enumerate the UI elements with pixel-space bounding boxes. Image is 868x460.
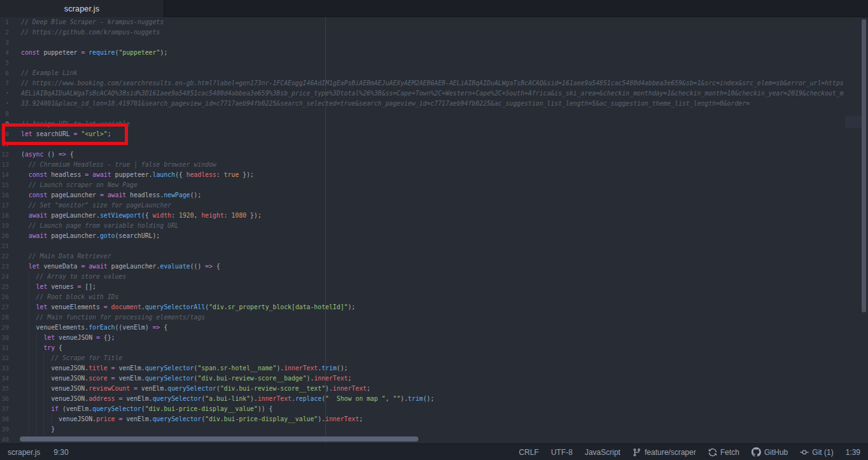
code-line[interactable]: 31 try { <box>0 343 844 353</box>
line-number: 31 <box>0 343 14 353</box>
status-bar-right: CRLFUTF-8JavaScriptfeature/scraperFetchG… <box>519 447 860 457</box>
horizontal-scrollbar[interactable] <box>20 436 418 442</box>
code-text: await pageLauncher.goto(searchURL); <box>14 231 160 241</box>
code-text: try { <box>14 343 62 353</box>
code-text: let venues = []; <box>14 282 96 292</box>
code-line[interactable]: 38 venueJSON.price = venElm.querySelecto… <box>0 414 844 424</box>
code-line[interactable]: 39 } <box>0 424 844 435</box>
line-number: 8 <box>0 109 14 119</box>
line-number: 19 <box>0 221 14 231</box>
status-item-file-name[interactable]: scraper.js <box>8 448 40 457</box>
code-line[interactable]: 23 let venueData = await pageLauncher.ev… <box>0 261 844 272</box>
code-text: (async () => { <box>14 150 74 160</box>
code-text: // Chromium Headless - true | false brow… <box>14 160 217 170</box>
line-number: 3 <box>0 38 14 48</box>
line-number: 34 <box>0 373 14 384</box>
code-line[interactable]: 15 // Launch scraper on New Page <box>0 180 844 190</box>
code-text: venueJSON.reviewCount = venElm.querySele… <box>14 384 371 394</box>
code-line[interactable]: 12(async () => { <box>0 150 844 160</box>
code-text: 33.924801&place_id_lon=18.419701&search_… <box>14 99 750 109</box>
code-text: // Array to store values <box>14 272 126 282</box>
code-line[interactable]: 37 if (venElm.querySelector("div.bui-pri… <box>0 404 844 414</box>
status-bar: scraper.js9:30 CRLFUTF-8JavaScriptfeatur… <box>0 443 868 460</box>
code-line[interactable]: 5 <box>0 58 844 68</box>
line-number: 24 <box>0 272 14 282</box>
line-number: 38 <box>0 414 14 424</box>
code-line[interactable]: 21 <box>0 241 844 251</box>
line-number: 13 <box>0 160 14 170</box>
status-item-grammar[interactable]: JavaScript <box>585 448 620 457</box>
code-line[interactable]: 36 venueJSON.address = venElm.querySelec… <box>0 394 844 404</box>
code-line[interactable]: 2// https://github.com/krampus-nuggets <box>0 27 844 38</box>
line-number: 36 <box>0 394 14 404</box>
code-line[interactable]: •33.924801&place_id_lon=18.419701&search… <box>0 99 844 109</box>
code-line[interactable]: 24 // Array to store values <box>0 272 844 282</box>
code-line[interactable]: 3 <box>0 38 844 48</box>
code-line[interactable]: 25 let venues = []; <box>0 282 844 292</box>
wrap-indicator: • <box>0 99 14 109</box>
status-item-git-branch[interactable]: feature/scraper <box>632 448 696 457</box>
code-line[interactable]: 30 let venueJSON = {}; <box>0 333 844 343</box>
code-line[interactable]: 35 venueJSON.reviewCount = venElm.queryS… <box>0 384 844 394</box>
line-number: 4 <box>0 48 14 58</box>
code-line[interactable]: 33 venueJSON.title = venElm.querySelecto… <box>0 363 844 373</box>
status-item-line-ending[interactable]: CRLF <box>519 448 539 457</box>
code-line[interactable]: 22 // Main Data Retriever <box>0 251 844 261</box>
tab-title: scraper.js <box>64 4 100 13</box>
line-number: 12 <box>0 150 14 160</box>
code-line[interactable]: 13 // Chromium Headless - true | false b… <box>0 160 844 170</box>
status-item-label: scraper.js <box>8 448 40 457</box>
code-text: // Launch scraper on New Page <box>14 180 138 190</box>
status-item-fetch[interactable]: Fetch <box>708 448 739 457</box>
code-line[interactable]: 17 // Set "monitor" size for pageLaunche… <box>0 200 844 211</box>
code-line[interactable]: 20 await pageLauncher.goto(searchURL); <box>0 231 844 241</box>
code-line[interactable]: 34 venueJSON.score = venElm.querySelecto… <box>0 373 844 384</box>
status-item-label: JavaScript <box>585 448 620 457</box>
code-text: const headless = await puppeteer.launch(… <box>14 170 254 180</box>
code-line[interactable]: 19 // Launch page from variable holding … <box>0 221 844 231</box>
code-line[interactable]: 28 // Main function for processing eleme… <box>0 312 844 323</box>
code-line[interactable]: 1// Deep Blue Scraper - krampus-nuggets <box>0 17 844 27</box>
line-number: 21 <box>0 241 14 251</box>
code-line[interactable]: 4const puppeteer = require("puppeteer"); <box>0 48 844 58</box>
code-line[interactable]: 6// Example Link <box>0 68 844 78</box>
line-number: 7 <box>0 78 14 88</box>
code-text: // Root block with IDs <box>14 292 118 302</box>
code-line[interactable]: 26 // Root block with IDs <box>0 292 844 302</box>
code-text: // Main function for processing elements… <box>14 312 205 323</box>
line-number: 25 <box>0 282 14 292</box>
status-item-cursor-position[interactable]: 9:30 <box>53 448 68 457</box>
line-number: 1 <box>0 17 14 27</box>
code-line[interactable]: 27 let venueElements = document.querySel… <box>0 302 844 312</box>
line-number: 23 <box>0 261 14 272</box>
sync-icon <box>708 448 717 457</box>
code-line[interactable]: 29 venueElements.forEach((venElm) => { <box>0 323 844 333</box>
code-line[interactable]: 32 // Scrape for Title <box>0 353 844 363</box>
code-editor[interactable]: 1// Deep Blue Scraper - krampus-nuggets2… <box>0 17 868 443</box>
code-line[interactable]: 7// https://www.booking.com/searchresult… <box>0 78 844 88</box>
status-item-label: GitHub <box>764 448 788 457</box>
code-text: // Example Link <box>14 68 77 78</box>
status-item-label: CRLF <box>519 448 539 457</box>
code-line[interactable]: 14 const headless = await puppeteer.laun… <box>0 170 844 180</box>
vertical-scrollbar[interactable] <box>862 19 866 312</box>
status-item-git-changes[interactable]: Git (1) <box>800 448 833 457</box>
status-item-encoding[interactable]: UTF-8 <box>551 448 573 457</box>
code-text <box>14 58 21 68</box>
line-number: 14 <box>0 170 14 180</box>
code-text: const puppeteer = require("puppeteer"); <box>14 48 167 58</box>
code-text: let venueJSON = {}; <box>14 333 115 343</box>
status-bar-left: scraper.js9:30 <box>8 448 69 457</box>
code-line[interactable]: 16 const pageLauncher = await headless.n… <box>0 190 844 200</box>
status-item-github[interactable]: GitHub <box>751 447 788 457</box>
code-text: } <box>14 424 55 435</box>
wrap-indicator: • <box>0 88 14 99</box>
status-item-clock[interactable]: 1:39 <box>846 448 860 457</box>
line-number: 15 <box>0 180 14 190</box>
tab-scraper-js[interactable]: scraper.js <box>0 0 164 17</box>
line-number: 6 <box>0 68 14 78</box>
branch-icon <box>632 448 641 457</box>
code-line[interactable]: 8 <box>0 109 844 119</box>
code-line[interactable]: •AELiAIBqAIDuALWgaTsBcACAQ%3Bsid%3D161ae… <box>0 88 844 99</box>
code-line[interactable]: 18 await pageLauncher.setViewport({ widt… <box>0 211 844 221</box>
